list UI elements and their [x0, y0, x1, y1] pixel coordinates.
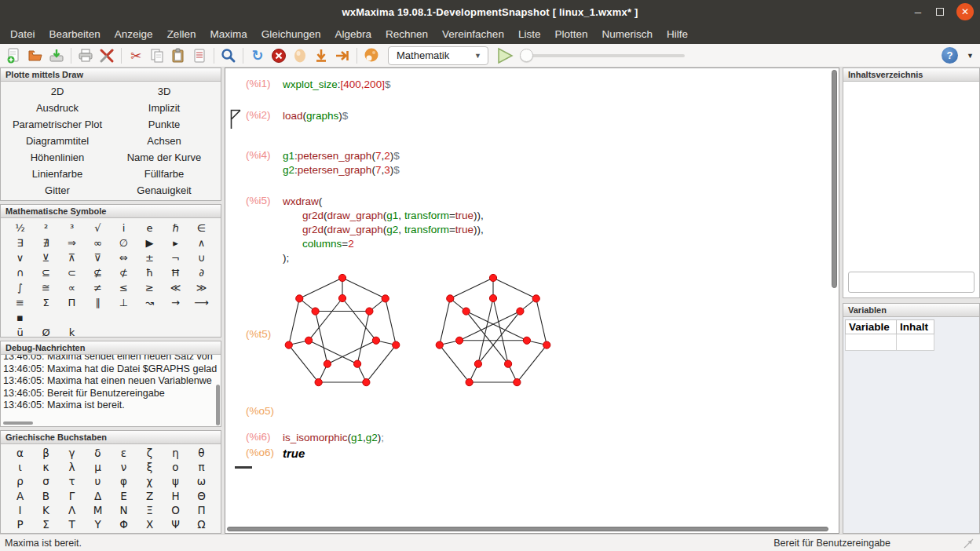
symbol-button[interactable]: ▪	[7, 310, 33, 325]
greek-letter-button[interactable]: Λ	[59, 503, 85, 517]
symbol-button[interactable]: k	[59, 325, 85, 338]
horizontal-cell-cursor[interactable]	[235, 466, 252, 469]
menu-hilfe[interactable]: Hilfe	[660, 28, 695, 40]
maxima-logo-icon[interactable]	[362, 46, 381, 65]
draw-button-genauigkeit[interactable]: Genauigkeit	[111, 182, 218, 199]
variables-cell[interactable]	[897, 334, 934, 351]
draw-button-höhenlinien[interactable]: Höhenlinien	[4, 149, 111, 166]
symbol-button[interactable]: ≤	[111, 280, 137, 295]
greek-letter-button[interactable]: υ	[85, 474, 111, 488]
greek-letter-button[interactable]: ξ	[137, 460, 163, 474]
symbol-button[interactable]: Ħ	[163, 265, 188, 280]
greek-letter-button[interactable]: ω	[188, 474, 214, 488]
variables-cell[interactable]	[845, 334, 897, 351]
open-icon[interactable]	[26, 46, 45, 65]
close-button[interactable]: ✕	[956, 3, 974, 20]
draw-button-gitter[interactable]: Gitter	[4, 182, 111, 199]
greek-letter-button[interactable]: δ	[85, 446, 111, 460]
toc-filter-input[interactable]	[848, 272, 975, 293]
symbol-button[interactable]: ⇒	[59, 235, 85, 250]
cell-type-select[interactable]: Mathematik ▼	[388, 46, 488, 65]
select-all-icon[interactable]	[190, 46, 209, 65]
code-line[interactable]: wxdraw(	[283, 195, 829, 209]
symbol-button[interactable]: ∅	[111, 235, 137, 250]
new-document-icon[interactable]	[5, 46, 24, 65]
greek-letter-button[interactable]: ν	[111, 460, 137, 474]
greek-letter-button[interactable]: Ξ	[137, 503, 163, 517]
greek-letter-button[interactable]: Φ	[111, 517, 137, 531]
symbol-button[interactable]: ∃	[7, 235, 33, 250]
symbol-button[interactable]: ≠	[85, 280, 111, 295]
greek-letter-button[interactable]: Ρ	[7, 517, 33, 531]
maximize-button[interactable]	[936, 8, 944, 16]
greek-letter-button[interactable]: ο	[163, 460, 188, 474]
configure-icon[interactable]	[97, 46, 116, 65]
code-editor[interactable]: is_isomorphic(g1,g2);	[283, 431, 829, 445]
evaluate-rest-icon[interactable]	[333, 46, 352, 65]
greek-letter-button[interactable]: β	[33, 446, 59, 460]
restart-maxima-icon[interactable]: ↻	[248, 46, 267, 65]
greek-letter-button[interactable]: Υ	[85, 517, 111, 531]
symbol-button[interactable]: ⊆	[33, 265, 59, 280]
greek-letter-button[interactable]: γ	[59, 446, 85, 460]
symbol-button[interactable]: ⟶	[188, 295, 214, 310]
greek-letter-button[interactable]: Ν	[111, 503, 137, 517]
debug-vertical-scrollbar[interactable]	[216, 385, 220, 425]
symbol-button[interactable]: ħ	[137, 265, 163, 280]
symbol-button[interactable]: i	[111, 221, 137, 235]
symbol-button[interactable]: ↝	[137, 295, 163, 310]
greek-letter-button[interactable]: θ	[188, 446, 214, 460]
greek-letter-button[interactable]: Κ	[33, 503, 59, 517]
symbol-button[interactable]: ½	[7, 221, 33, 235]
symbol-button[interactable]: ∩	[7, 265, 33, 280]
symbol-button[interactable]: ∝	[59, 280, 85, 295]
menu-vereinfachen[interactable]: Vereinfachen	[435, 28, 511, 40]
menu-numerisch[interactable]: Numerisch	[594, 28, 660, 40]
paste-icon[interactable]	[169, 46, 188, 65]
greek-letter-button[interactable]: κ	[33, 460, 59, 474]
greek-letter-button[interactable]: σ	[33, 474, 59, 488]
code-line[interactable]: load(graphs)$	[283, 109, 829, 123]
symbol-button[interactable]: ≫	[188, 280, 214, 295]
code-line[interactable]: columns=2	[283, 237, 829, 251]
symbol-button[interactable]: ▸	[163, 235, 188, 250]
draw-button-diagrammtitel[interactable]: Diagrammtitel	[4, 133, 111, 149]
menu-rechnen[interactable]: Rechnen	[378, 28, 435, 40]
code-editor[interactable]: load(graphs)$	[283, 109, 829, 132]
greek-letter-button[interactable]: Σ	[33, 517, 59, 531]
debug-horizontal-scrollbar[interactable]	[3, 421, 33, 425]
draw-button-achsen[interactable]: Achsen	[111, 133, 218, 149]
symbol-button[interactable]: ≥	[137, 280, 163, 295]
symbol-button[interactable]: ü	[7, 325, 33, 338]
symbol-button[interactable]: Ø	[33, 325, 59, 338]
symbol-button[interactable]: ≪	[163, 280, 188, 295]
toc-list[interactable]	[843, 82, 979, 267]
notebook-horizontal-scrollbar-thumb[interactable]	[227, 527, 828, 531]
code-line[interactable]: g1:petersen_graph(7,2)$	[283, 149, 829, 163]
symbol-button[interactable]: ∈	[188, 221, 214, 235]
code-editor[interactable]: wxdraw(gr2d(draw_graph(g1, transform=tru…	[283, 195, 829, 265]
menu-maxima[interactable]: Maxima	[203, 28, 254, 40]
interrupt-icon[interactable]	[269, 46, 288, 65]
notebook-vertical-scrollbar[interactable]	[831, 70, 838, 524]
code-line[interactable]: gr2d(draw_graph(g2, transform=true)),	[283, 223, 829, 237]
symbol-button[interactable]: ≅	[33, 280, 59, 295]
play-animation-icon[interactable]	[495, 46, 514, 65]
cut-icon[interactable]: ✂	[126, 46, 145, 65]
find-icon[interactable]	[219, 46, 238, 65]
notebook-horizontal-scrollbar[interactable]	[227, 526, 828, 532]
greek-letter-button[interactable]: ρ	[7, 474, 33, 488]
greek-letter-button[interactable]: Η	[163, 489, 188, 503]
greek-letter-button[interactable]: Π	[188, 503, 214, 517]
symbol-button[interactable]: Π	[59, 295, 85, 310]
greek-letter-button[interactable]: ε	[111, 446, 137, 460]
notebook-area[interactable]: (%i1)wxplot_size:[400,200]$(%i2)load(gra…	[225, 68, 839, 534]
greek-letter-button[interactable]: χ	[137, 474, 163, 488]
greek-letter-button[interactable]: λ	[59, 460, 85, 474]
greek-letter-button[interactable]: Τ	[59, 517, 85, 531]
symbol-button[interactable]: ∞	[85, 235, 111, 250]
evaluate-cells-icon[interactable]	[312, 46, 331, 65]
symbol-button[interactable]: Σ	[33, 295, 59, 310]
greek-letter-button[interactable]: τ	[59, 474, 85, 488]
greek-letter-button[interactable]: Ζ	[137, 489, 163, 503]
